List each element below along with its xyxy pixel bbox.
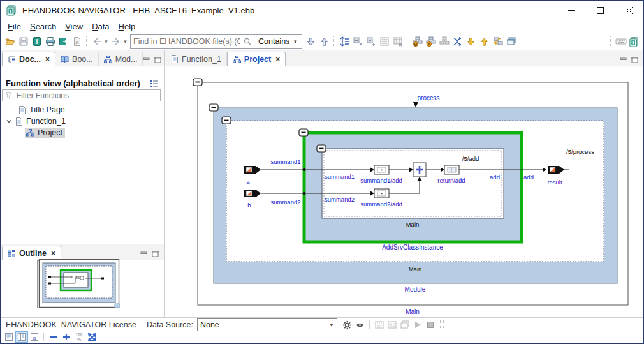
adder-block[interactable] (413, 163, 426, 177)
book-icon (61, 56, 69, 63)
flowchart-icon (104, 56, 112, 63)
block-label-return-add[interactable]: return/add (437, 177, 465, 184)
tree-item-function-1[interactable]: Function_1 (1, 116, 164, 127)
zoom-out-icon[interactable] (47, 331, 60, 343)
split-page-view-icon[interactable] (15, 331, 28, 343)
minimize-panel-icon[interactable] (620, 57, 627, 63)
show-labels-icon[interactable]: A (424, 35, 437, 49)
find-next-icon[interactable] (304, 35, 318, 49)
menu-file[interactable]: File (3, 20, 26, 33)
view-menu-icon[interactable] (150, 80, 159, 87)
app-logo-toolbar-icon[interactable] (627, 35, 641, 49)
inner-label-summand2: summand2 (325, 196, 355, 203)
close-button[interactable] (615, 1, 643, 20)
collapse-button-inner[interactable] (317, 145, 326, 152)
svg-text:100: 100 (76, 333, 83, 337)
collapse-button-main[interactable] (222, 117, 231, 124)
show-ids-icon[interactable]: D (411, 35, 424, 49)
tab-label: Boo... (72, 55, 93, 64)
minimize-button[interactable] (557, 1, 586, 20)
box-label-module[interactable]: Module (405, 286, 426, 293)
close-icon[interactable]: × (275, 55, 280, 64)
toolbar-separator (610, 36, 611, 47)
status-row-2: a 100% (1, 331, 643, 343)
print-icon[interactable] (43, 35, 57, 49)
process-label[interactable]: process (417, 94, 439, 101)
settings-gear-icon[interactable] (341, 319, 354, 331)
export-icon[interactable] (57, 35, 70, 49)
new-window-icon[interactable] (504, 35, 518, 49)
fit-to-window-icon[interactable] (85, 331, 98, 343)
go-into-icon[interactable] (464, 35, 478, 49)
contains-label: Contains (258, 37, 289, 46)
function-view-title: Function view (alphabetical order) (6, 79, 140, 88)
status-bar: EHANDBOOK_NAVIGATOR License Data Source:… (1, 317, 643, 343)
tab-project[interactable]: Project × (227, 52, 286, 66)
block-summand2-add[interactable]: * (374, 189, 389, 198)
diagram-canvas[interactable]: process (165, 66, 643, 318)
block-label-summand1-add[interactable]: summand1/add (360, 177, 402, 184)
maximize-button[interactable] (586, 1, 615, 20)
tab-outline[interactable]: Outline × (2, 246, 61, 260)
toolbar-grip (140, 320, 143, 329)
pdf-export-icon: A (70, 35, 84, 49)
close-icon[interactable]: × (45, 55, 50, 64)
tab-function-1[interactable]: Function_1 (166, 52, 227, 66)
menu-search[interactable]: Search (26, 20, 61, 33)
chevron-down-icon: ▼ (329, 322, 334, 328)
block-return-add[interactable] (444, 165, 459, 174)
block-label-summand2-add[interactable]: summand2/add (360, 200, 402, 207)
visibility-icon[interactable] (354, 319, 367, 331)
svg-text:%: % (77, 337, 82, 341)
single-page-view-icon[interactable] (3, 331, 15, 343)
expand-all-icon[interactable] (337, 35, 351, 49)
find-previous-icon[interactable] (318, 35, 331, 49)
collapse-selected-icon (364, 35, 377, 49)
wire-label-summand2: summand2 (271, 198, 301, 206)
outline-thumbnail[interactable] (37, 259, 121, 311)
tab-bookmarks[interactable]: Boo... (55, 52, 99, 66)
close-icon[interactable]: × (51, 249, 55, 258)
menu-help[interactable]: Help (114, 20, 140, 33)
keyboard-shortcuts-icon (614, 35, 627, 49)
tree-item-title-page[interactable]: Title Page (1, 104, 164, 116)
title-bar: EHANDBOOK-NAVIGATOR - EHB_ASCET6_Example… (1, 1, 643, 20)
tab-documents[interactable]: Doc... × (2, 52, 55, 66)
go-back-diagram-icon[interactable] (491, 35, 504, 49)
maximize-panel-icon[interactable] (154, 57, 161, 63)
svg-text:a: a (33, 335, 36, 341)
info-book-icon[interactable]: i (30, 35, 43, 49)
box-label-main-outer[interactable]: Main (406, 308, 420, 315)
page-icon (171, 55, 179, 63)
collapse-button-class[interactable] (299, 129, 308, 136)
toolbar-grip (440, 320, 444, 329)
minimize-panel-icon[interactable] (143, 57, 150, 63)
status-row-1: EHANDBOOK_NAVIGATOR License Data Source:… (1, 318, 643, 331)
filter-input[interactable] (15, 91, 157, 101)
svg-text:A: A (427, 42, 430, 47)
box-label-class-instance[interactable]: AddSrvClassInstance (382, 244, 443, 251)
go-up-icon[interactable] (478, 35, 491, 49)
maximize-panel-icon[interactable] (631, 57, 638, 63)
left-panel: Doc... × Boo... Mod... Function view (al… (1, 50, 165, 318)
expander-icon[interactable] (6, 118, 12, 124)
annotation-view-icon[interactable]: a (28, 331, 41, 343)
block-summand1-add[interactable]: * (374, 165, 389, 174)
find-input[interactable] (131, 36, 243, 47)
menu-view[interactable]: View (61, 20, 87, 33)
menu-data[interactable]: Data (87, 20, 113, 33)
tab-models[interactable]: Mod... (99, 52, 143, 66)
tree-item-project[interactable]: Project (1, 127, 164, 138)
wire-junction (303, 168, 306, 172)
data-source-select[interactable]: None ▼ (197, 318, 337, 331)
maximize-panel-icon[interactable] (152, 251, 159, 257)
contains-dropdown[interactable]: Contains ▼ (254, 35, 302, 48)
minimize-panel-icon[interactable] (140, 251, 147, 257)
license-label: EHANDBOOK_NAVIGATOR License (6, 320, 136, 329)
navigate-links-icon[interactable] (451, 35, 464, 49)
zoom-in-icon[interactable] (60, 331, 73, 343)
collapse-button-outer[interactable] (193, 79, 202, 86)
collapse-button-module[interactable] (209, 104, 218, 111)
open-file-icon[interactable] (3, 35, 17, 49)
measure-icon (373, 319, 386, 331)
